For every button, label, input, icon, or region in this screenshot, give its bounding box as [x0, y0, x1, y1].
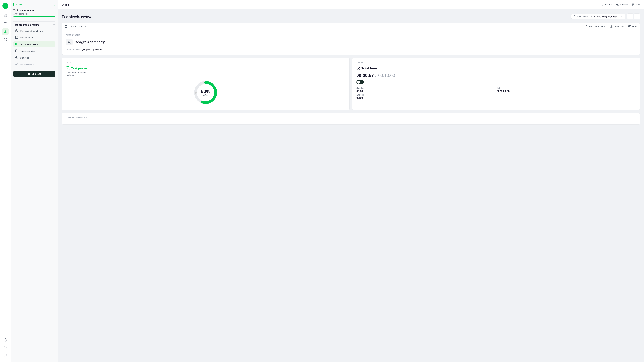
- email-label: E-mail address: [66, 48, 80, 51]
- download-icon: [610, 25, 613, 28]
- calendar-icon: [65, 25, 68, 28]
- send-icon: [628, 25, 631, 28]
- date-label: Date: [497, 87, 636, 89]
- filter-respondent-container: Dates All dates Respondent view |: [62, 23, 640, 55]
- grid-icon[interactable]: [2, 12, 9, 19]
- prev-respondent-button[interactable]: ‹: [627, 14, 633, 20]
- test-info-button[interactable]: Test info: [600, 3, 612, 6]
- svg-point-4: [4, 22, 6, 24]
- print-label: Print: [636, 3, 640, 6]
- respondent-fullname: Geogre Adamberry: [75, 40, 105, 44]
- respondent-avatar: [66, 39, 72, 46]
- timer-title-row: Total time: [356, 66, 636, 70]
- start-time-item: Start time 06:08: [356, 87, 496, 92]
- unit-title: Unit 3: [62, 3, 69, 6]
- users-icon[interactable]: [2, 20, 9, 27]
- monitor-icon: [15, 29, 18, 32]
- timer-sep: /: [376, 74, 376, 78]
- test-progress-section[interactable]: Test progress & results ⌃: [14, 24, 55, 26]
- sidebar-item-respondent-monitoring[interactable]: Respondent monitoring: [14, 28, 55, 34]
- svg-rect-3: [6, 16, 6, 17]
- top-header: Unit 3 Test info Preview: [58, 0, 644, 10]
- preview-label: Preview: [620, 3, 628, 6]
- gear-icon[interactable]: [2, 36, 9, 43]
- svg-rect-32: [65, 26, 67, 28]
- start-time-value: 06:08: [356, 90, 496, 92]
- active-badge: ACTIVE: [14, 3, 55, 6]
- test-progress-title: Test progress & results: [14, 24, 40, 26]
- filter-sep-1: |: [608, 25, 608, 28]
- print-button[interactable]: Print: [632, 3, 640, 6]
- svg-point-39: [68, 41, 70, 42]
- filter-sep-2: |: [626, 25, 626, 28]
- respondent-name: Adamberry Geogre (george....: [590, 15, 619, 18]
- question-icon[interactable]: [2, 336, 9, 343]
- sidebar-item-statistics[interactable]: Statistics: [14, 54, 55, 61]
- svg-point-9: [5, 39, 6, 40]
- date-item: Date 2021-09-08: [497, 87, 636, 92]
- end-time-label: End time: [356, 94, 496, 96]
- send-label: Send: [632, 25, 637, 28]
- result-status-row: ✓ Test passed: [66, 66, 345, 70]
- respondent-view-button[interactable]: Respondent view: [585, 25, 606, 28]
- donut-label: 80% 4/5 p.: [201, 89, 210, 96]
- end-test-button[interactable]: End test: [14, 70, 55, 77]
- svg-rect-0: [4, 14, 5, 15]
- test-config-section[interactable]: Test configuration ⌃: [14, 9, 55, 12]
- timer-toggle[interactable]: [356, 80, 364, 84]
- test-config-chevron-icon: ⌃: [53, 9, 55, 11]
- nav-arrows: ‹ ›: [627, 14, 640, 20]
- svg-rect-17: [16, 36, 18, 38]
- sidebar-item-test-sheets-review[interactable]: Test sheets review: [14, 41, 55, 48]
- result-card: RESULT ✓ Test passed Respondent result i…: [62, 58, 350, 110]
- expand-icon[interactable]: [2, 352, 9, 359]
- dates-filter[interactable]: Dates All dates: [65, 25, 86, 28]
- sidebar-divider: [14, 22, 55, 22]
- respondent-section-label: RESPONDENT: [66, 34, 636, 36]
- respondent-view-label: Respondent view: [589, 25, 606, 28]
- svg-point-31: [574, 16, 575, 16]
- date-value: 2021-09-08: [497, 90, 636, 92]
- svg-line-13: [6, 355, 6, 356]
- exit-icon[interactable]: [2, 344, 9, 351]
- print-icon: [632, 3, 634, 6]
- svg-rect-1: [6, 14, 6, 15]
- svg-point-25: [16, 64, 16, 65]
- sheets-icon: [15, 42, 18, 46]
- preview-button[interactable]: Preview: [616, 3, 628, 6]
- test-info-label: Test info: [604, 3, 612, 6]
- respondent-section: RESPONDENT Geogre Adamberry E-mail addre…: [62, 30, 640, 55]
- sidebar-item-unused-codes[interactable]: Unused codes: [14, 61, 55, 68]
- timer-values: 00:00:57 / 00:10:00: [356, 73, 636, 78]
- respondent-selector[interactable]: Respondent Adamberry Geogre (george....: [571, 14, 625, 19]
- stats-icon: [15, 56, 18, 59]
- svg-point-36: [586, 26, 587, 26]
- result-timer-row: RESULT ✓ Test passed Respondent result i…: [62, 58, 640, 110]
- dates-label: Dates: [68, 25, 74, 28]
- email-value: george.a@gmail.com: [82, 48, 103, 51]
- app-logo[interactable]: [2, 3, 8, 9]
- respondent-email-row: E-mail address george.a@gmail.com: [66, 48, 636, 51]
- content-area: Test sheets review Respondent Adamberry …: [58, 10, 644, 362]
- chart-icon[interactable]: [2, 28, 9, 35]
- dates-value: All dates: [75, 25, 84, 28]
- next-respondent-button[interactable]: ›: [634, 14, 640, 20]
- send-button[interactable]: Send: [628, 25, 637, 28]
- result-status-icon: ✓: [66, 66, 70, 70]
- review-controls: Respondent Adamberry Geogre (george.... …: [571, 14, 640, 20]
- start-time-label: Start time: [356, 87, 496, 89]
- sidebar-item-answers-review[interactable]: Answers review: [14, 48, 55, 54]
- general-feedback-label: GENERAL FEEDBACK: [66, 116, 636, 118]
- stop-icon: [28, 73, 30, 75]
- download-button[interactable]: Download: [610, 25, 624, 28]
- sidebar: ACTIVE Test configuration ⌃ 100% complet…: [11, 0, 58, 362]
- sidebar-item-results-table[interactable]: Results table: [14, 34, 55, 41]
- dropdown-chevron-icon: [621, 15, 623, 18]
- check-square-icon: [15, 49, 18, 53]
- donut-chart: 80% 4/5 p.: [192, 79, 219, 106]
- main-area: Unit 3 Test info Preview: [58, 0, 644, 362]
- svg-point-16: [16, 30, 17, 31]
- timer-card: TIMER Total time 00:00:57 / 00:10:00: [352, 58, 640, 110]
- progress-bar-container: 100% completed: [14, 13, 55, 17]
- svg-rect-2: [4, 16, 5, 17]
